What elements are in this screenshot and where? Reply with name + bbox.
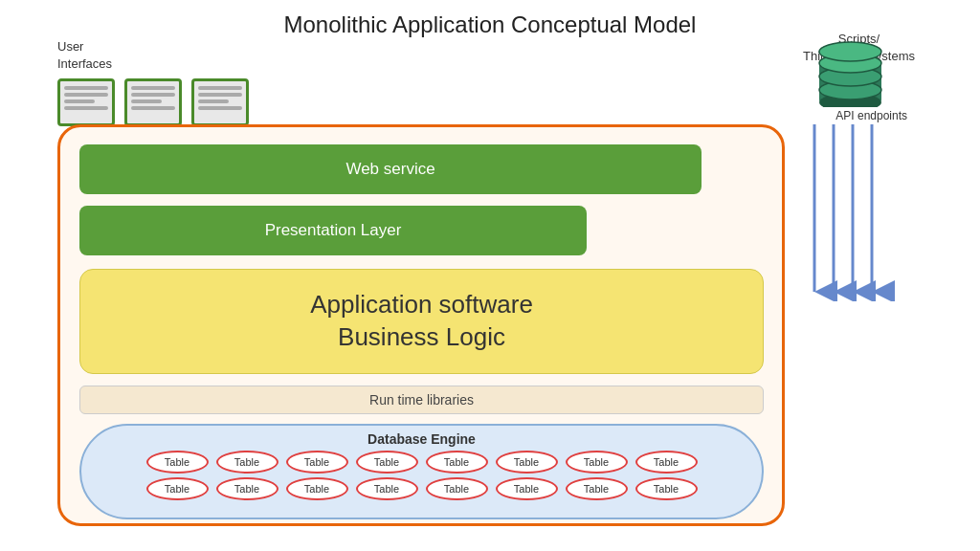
table-drum: Table <box>286 477 348 500</box>
screen-icon-2 <box>124 78 182 126</box>
table-drum: Table <box>496 477 558 500</box>
screen-icon-1 <box>57 78 115 126</box>
table-drum: Table <box>496 451 558 474</box>
screen-line <box>131 86 175 90</box>
user-interfaces-label: UserInterfaces <box>57 38 249 73</box>
table-drum: Table <box>426 477 488 500</box>
screen-line <box>198 86 242 90</box>
screen-line <box>64 106 108 110</box>
database-cylinder-svg <box>814 40 886 107</box>
screen-icon-3 <box>191 78 249 126</box>
table-drum: Table <box>566 477 628 500</box>
screen-line <box>198 93 242 97</box>
table-drum: Table <box>216 477 278 500</box>
outer-box: Web service Presentation Layer Applicati… <box>57 124 785 526</box>
screen-line <box>64 86 108 90</box>
table-row-1: Table Table Table Table Table <box>146 451 698 474</box>
table-drum: Table <box>356 451 418 474</box>
database-engine: Database Engine Table Table Table Table <box>79 424 764 519</box>
screen-line <box>131 106 175 110</box>
table-drum: Table <box>146 451 209 474</box>
screen-line <box>64 99 95 103</box>
api-arrows-svg <box>800 124 896 301</box>
api-label: API endpoints <box>835 109 907 122</box>
screen-line <box>131 99 162 103</box>
screen-line <box>64 93 108 97</box>
user-interfaces-section: UserInterfaces <box>57 38 249 126</box>
ui-screens <box>57 78 249 126</box>
table-drum: Table <box>635 451 698 474</box>
table-drum: Table <box>426 451 488 474</box>
table-drum: Table <box>216 451 278 474</box>
table-rows-container: Table Table Table Table Table <box>146 451 698 500</box>
screen-line <box>198 99 229 103</box>
web-service-layer: Web service <box>79 144 702 194</box>
table-drum: Table <box>286 451 348 474</box>
table-row-2: Table Table Table Table Table <box>146 477 698 500</box>
screen-line <box>198 106 242 110</box>
database-cylinder-icon <box>814 40 886 107</box>
table-drum: Table <box>356 477 418 500</box>
runtime-libraries: Run time libraries <box>79 386 764 414</box>
database-engine-label: Database Engine <box>368 431 476 447</box>
svg-point-5 <box>819 42 881 61</box>
table-drum: Table <box>566 451 628 474</box>
business-logic-layer: Application software Business Logic <box>79 269 764 374</box>
presentation-layer: Presentation Layer <box>79 206 587 255</box>
diagram-container: Monolithic Application Conceptual Model … <box>0 0 980 551</box>
screen-line <box>131 93 175 97</box>
table-drum: Table <box>146 477 209 500</box>
table-drum: Table <box>635 477 698 500</box>
